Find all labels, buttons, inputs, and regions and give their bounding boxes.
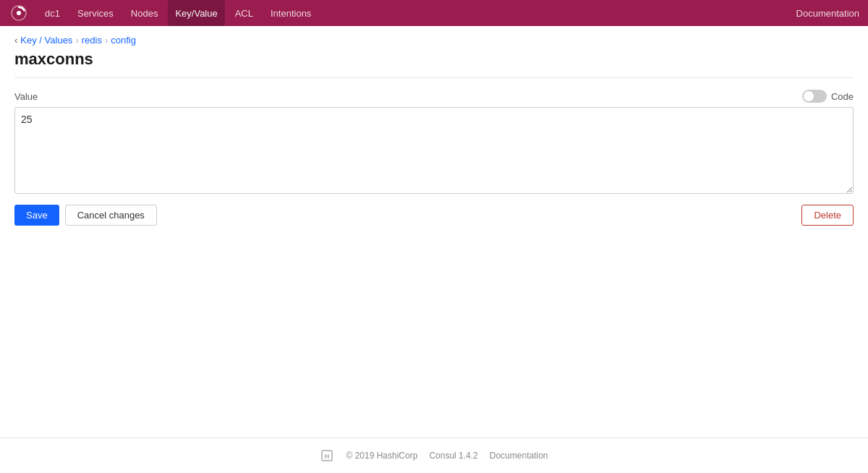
actions-left: Save Cancel changes	[14, 205, 157, 226]
main-nav: dc1 Services Nodes Key/Value ACL Intenti…	[0, 0, 868, 26]
footer-version: Consul 1.4.2	[429, 451, 477, 461]
nav-intentions[interactable]: Intentions	[263, 0, 318, 26]
breadcrumb-key-values[interactable]: Key / Values	[20, 35, 72, 46]
actions-row: Save Cancel changes Delete	[14, 205, 854, 226]
value-label: Value	[14, 91, 38, 102]
value-header: Value Code	[14, 90, 854, 103]
breadcrumb-config[interactable]: config	[111, 35, 136, 46]
nav-acl[interactable]: ACL	[228, 0, 260, 26]
form-section: Value Code Save Cancel changes Delete	[14, 90, 854, 226]
svg-text:H: H	[325, 453, 330, 460]
svg-point-1	[17, 11, 21, 15]
save-button[interactable]: Save	[14, 205, 59, 226]
nav-key-value[interactable]: Key/Value	[168, 0, 224, 26]
code-toggle-switch[interactable]	[802, 90, 827, 103]
breadcrumb-redis[interactable]: redis	[82, 35, 102, 46]
code-toggle-group: Code	[802, 90, 854, 103]
nav-documentation-link[interactable]: Documentation	[796, 8, 859, 19]
breadcrumb-sep-2: ›	[105, 35, 108, 46]
main-content: maxconns Value Code Save Cancel changes …	[0, 50, 868, 438]
page-title: maxconns	[14, 50, 854, 78]
delete-button[interactable]: Delete	[801, 205, 854, 226]
breadcrumb-chevron-icon: ‹	[14, 35, 17, 46]
breadcrumb-sep-1: ›	[75, 35, 78, 46]
cancel-button[interactable]: Cancel changes	[65, 205, 157, 226]
nav-services[interactable]: Services	[70, 0, 121, 26]
footer: H © 2019 HashiCorp Consul 1.4.2 Document…	[0, 438, 868, 473]
code-label: Code	[831, 91, 854, 102]
consul-logo-icon	[9, 3, 29, 23]
footer-copyright: © 2019 HashiCorp	[346, 451, 417, 461]
value-input[interactable]	[14, 107, 854, 194]
nav-dc1[interactable]: dc1	[38, 0, 67, 26]
footer-documentation-link[interactable]: Documentation	[490, 451, 548, 461]
nav-nodes[interactable]: Nodes	[124, 0, 166, 26]
hashicorp-logo-icon: H	[320, 448, 334, 463]
breadcrumb: ‹ Key / Values › redis › config	[0, 26, 868, 50]
nav-left: dc1 Services Nodes Key/Value ACL Intenti…	[9, 0, 318, 26]
